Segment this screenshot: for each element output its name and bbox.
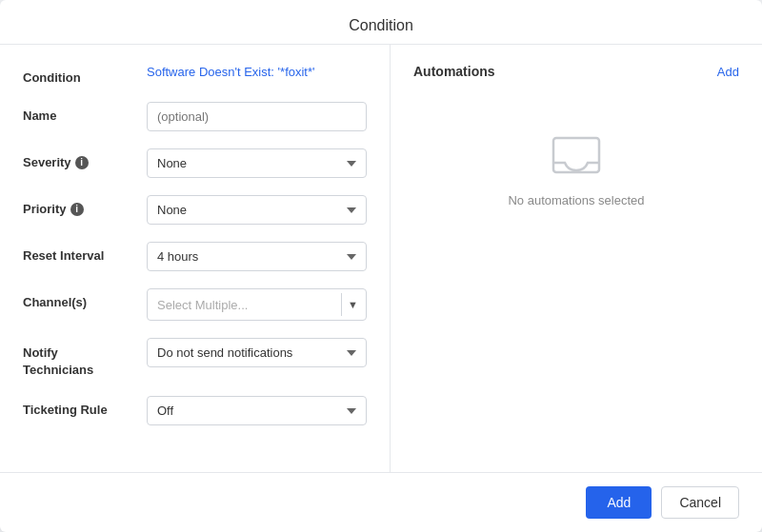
- severity-row: Severity i None Low Medium High Critical: [23, 148, 367, 178]
- name-input[interactable]: [147, 102, 367, 131]
- inbox-icon: [551, 136, 601, 182]
- name-label: Name: [23, 102, 147, 123]
- priority-select[interactable]: None Low Medium High: [147, 195, 367, 225]
- priority-label: Priority i: [23, 195, 147, 216]
- notify-row: Notify Technicians Do not send notificat…: [23, 338, 367, 379]
- automations-title: Automations: [413, 64, 495, 79]
- channels-label: Channel(s): [23, 288, 147, 309]
- modal-footer: Add Cancel: [0, 472, 762, 532]
- reset-interval-label: Reset Interval: [23, 242, 147, 263]
- channels-row: Channel(s) Select Multiple... ▼: [23, 288, 367, 321]
- automations-header: Automations Add: [413, 64, 739, 79]
- reset-interval-select[interactable]: 4 hours 1 hour 2 hours 8 hours 24 hours: [147, 242, 367, 271]
- left-panel: Condition Software Doesn't Exist: '*foxi…: [0, 45, 391, 472]
- automations-add-link[interactable]: Add: [717, 65, 739, 79]
- modal-body: Condition Software Doesn't Exist: '*foxi…: [0, 45, 762, 472]
- modal-title: Condition: [0, 0, 762, 45]
- priority-info-icon: i: [70, 203, 84, 216]
- severity-info-icon: i: [75, 156, 89, 169]
- ticketing-select[interactable]: Off On: [147, 396, 367, 425]
- severity-label: Severity i: [23, 148, 147, 169]
- name-row: Name: [23, 102, 367, 131]
- footer-add-button[interactable]: Add: [586, 486, 652, 519]
- channels-select[interactable]: Select Multiple... ▼: [147, 288, 367, 321]
- right-panel: Automations Add No automations selected: [391, 45, 762, 472]
- priority-row: Priority i None Low Medium High: [23, 195, 367, 225]
- notify-select[interactable]: Do not send notifications Send notificat…: [147, 338, 367, 367]
- no-automations-text: No automations selected: [508, 193, 644, 207]
- svg-rect-0: [553, 138, 599, 172]
- ticketing-row: Ticketing Rule Off On: [23, 396, 367, 425]
- ticketing-label: Ticketing Rule: [23, 396, 147, 417]
- condition-value[interactable]: Software Doesn't Exist: '*foxit*': [147, 58, 315, 79]
- condition-row: Condition Software Doesn't Exist: '*foxi…: [23, 64, 367, 85]
- footer-cancel-button[interactable]: Cancel: [661, 486, 739, 519]
- channels-chevron-icon: ▼: [348, 299, 358, 310]
- condition-modal: Condition Condition Software Doesn't Exi…: [0, 0, 762, 532]
- automations-empty: No automations selected: [413, 98, 739, 246]
- condition-label: Condition: [23, 64, 147, 85]
- channels-divider: [341, 293, 342, 316]
- notify-label: Notify Technicians: [23, 338, 147, 379]
- channels-placeholder: Select Multiple...: [155, 295, 335, 315]
- severity-select[interactable]: None Low Medium High Critical: [147, 148, 367, 178]
- reset-interval-row: Reset Interval 4 hours 1 hour 2 hours 8 …: [23, 242, 367, 271]
